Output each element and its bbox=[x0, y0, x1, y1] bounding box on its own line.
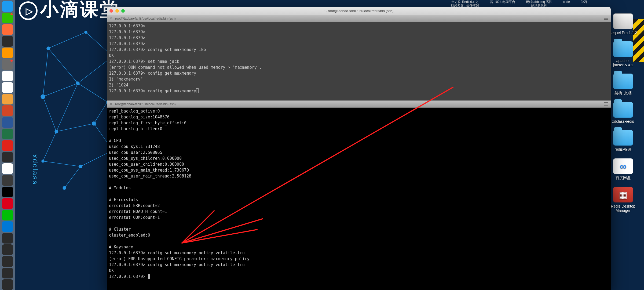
desktop-item-label: apache- jmeter-5.4.1 bbox=[613, 59, 633, 67]
dock-app-postman[interactable] bbox=[2, 24, 13, 35]
dock-app-excel[interactable] bbox=[2, 129, 13, 139]
dock-app-netease-music[interactable] bbox=[2, 198, 13, 209]
terminal-tab-bottom[interactable]: ✕ root@taobao-fanli:/usr/local/redis/bin… bbox=[107, 100, 611, 108]
dock-app-db-stack[interactable] bbox=[2, 94, 13, 104]
dock-app-tool5[interactable] bbox=[2, 279, 13, 290]
play-icon bbox=[19, 1, 38, 20]
dock-app-typora[interactable] bbox=[2, 175, 13, 186]
dock-app-art[interactable] bbox=[2, 187, 13, 197]
dock-app-chrome[interactable] bbox=[2, 71, 13, 81]
desktop-icons-right: Sequel Pro 1.1.2apache- jmeter-5.4.1架构+文… bbox=[607, 13, 639, 213]
folder-icon bbox=[613, 102, 633, 118]
app-white-icon: ∞ bbox=[613, 158, 633, 174]
desktop-item[interactable]: redis-备课 bbox=[613, 130, 633, 152]
desktop-item[interactable]: ▦Redis Desktop Manager bbox=[611, 187, 635, 213]
desktop-item-label: Redis Desktop Manager bbox=[611, 204, 635, 213]
svg-line-25 bbox=[64, 166, 80, 188]
desktop-item-label: 百度网盘 bbox=[616, 176, 631, 180]
desktop-item-label: 架构+文档 bbox=[614, 91, 632, 96]
dock-app-tool3[interactable] bbox=[2, 256, 13, 267]
terminal-pane-bottom[interactable]: repl_backlog_active:0 repl_backlog_size:… bbox=[107, 108, 611, 290]
dock-app-settings[interactable] bbox=[2, 59, 13, 70]
folder-icon bbox=[613, 74, 633, 89]
dock-app-tool1[interactable] bbox=[2, 233, 13, 244]
svg-line-19 bbox=[94, 102, 107, 124]
dock-app-wechat[interactable] bbox=[2, 13, 13, 23]
svg-point-1 bbox=[85, 31, 87, 34]
wallpaper-vertical-text: xdclass bbox=[31, 154, 39, 185]
dock-app-textedit[interactable] bbox=[2, 163, 13, 174]
folder-icon bbox=[613, 130, 633, 146]
bookmark-item[interactable]: 全方位 Redis6.x 之 战超多案...最佳实践 bbox=[451, 0, 479, 8]
svg-line-12 bbox=[48, 32, 86, 48]
dock-app-tool2[interactable] bbox=[2, 244, 13, 255]
dock-app-sublime[interactable] bbox=[2, 48, 13, 58]
wallpaper-logo: 小滴课堂 bbox=[19, 0, 120, 22]
svg-line-26 bbox=[56, 83, 78, 132]
svg-line-27 bbox=[48, 48, 78, 83]
hamburger-icon[interactable] bbox=[604, 102, 608, 106]
desktop-item[interactable]: ∞百度网盘 bbox=[613, 158, 633, 180]
badge-icon bbox=[10, 13, 13, 15]
cursor-icon bbox=[148, 274, 150, 279]
svg-point-3 bbox=[41, 95, 45, 99]
drive-icon bbox=[613, 13, 633, 29]
bookmark-item[interactable]: code bbox=[563, 0, 570, 4]
bookmark-item[interactable]: 营-1024 电商平台 bbox=[490, 0, 515, 4]
dock-app-tool4[interactable] bbox=[2, 268, 13, 278]
dock-app-terminal[interactable] bbox=[2, 152, 13, 162]
tab-label: root@taobao-fanli:/usr/local/redis/bin (… bbox=[115, 102, 176, 106]
dock-app-powerpoint[interactable] bbox=[2, 105, 13, 116]
dock-app-intellij[interactable] bbox=[2, 36, 13, 46]
app-red-icon: ▦ bbox=[613, 187, 633, 202]
desktop-item-label: Sequel Pro 1.1.2 bbox=[609, 31, 637, 35]
desktop-item[interactable]: Sequel Pro 1.1.2 bbox=[609, 13, 637, 35]
window-titlebar[interactable]: 1. root@taobao-fanli:/usr/local/redis/bi… bbox=[107, 7, 611, 15]
dock-app-finder[interactable] bbox=[2, 1, 13, 12]
dock-app-windows-vm[interactable] bbox=[2, 221, 13, 232]
folder-icon bbox=[613, 41, 633, 57]
svg-line-14 bbox=[43, 48, 48, 97]
svg-point-11 bbox=[63, 186, 66, 190]
window-title: 1. root@taobao-fanli:/usr/local/redis/bi… bbox=[107, 9, 611, 13]
dock-app-xmind[interactable] bbox=[2, 140, 13, 151]
badge-icon bbox=[10, 60, 13, 62]
dock-app-baidu-disk[interactable] bbox=[2, 82, 13, 93]
dock-app-iqiyi[interactable] bbox=[2, 210, 13, 220]
svg-point-7 bbox=[92, 122, 96, 125]
svg-line-16 bbox=[43, 83, 78, 97]
svg-line-21 bbox=[43, 132, 56, 161]
bookmark-item[interactable]: 玩转rabbitmq 高性 能消息队列 bbox=[526, 0, 552, 8]
tab-label: root@taobao-fanli:/usr/local/redis/bin (… bbox=[115, 17, 176, 20]
svg-line-20 bbox=[56, 124, 94, 132]
svg-line-23 bbox=[43, 161, 80, 166]
dock bbox=[0, 0, 15, 290]
desktop-item[interactable]: apache- jmeter-5.4.1 bbox=[613, 41, 633, 67]
svg-point-8 bbox=[42, 160, 44, 162]
tab-close-icon[interactable]: ✕ bbox=[109, 102, 112, 106]
terminal-pane-top[interactable]: 127.0.0.1:6379> 127.0.0.1:6379> 127.0.0.… bbox=[107, 22, 611, 100]
cursor-icon bbox=[196, 88, 199, 93]
svg-line-18 bbox=[43, 97, 56, 132]
svg-point-4 bbox=[76, 82, 79, 85]
desktop-item-label: xdclass-redis bbox=[612, 119, 634, 124]
hamburger-icon[interactable] bbox=[604, 17, 608, 20]
tab-close-icon[interactable]: ✕ bbox=[109, 16, 112, 20]
svg-point-6 bbox=[55, 130, 58, 133]
dock-app-word[interactable] bbox=[2, 117, 13, 128]
svg-point-9 bbox=[79, 165, 82, 168]
terminal-tab-top[interactable]: ✕ root@taobao-fanli:/usr/local/redis/bin… bbox=[107, 15, 611, 22]
svg-point-0 bbox=[47, 47, 50, 50]
desktop-item[interactable]: xdclass-redis bbox=[612, 102, 634, 124]
terminal-window: 1. root@taobao-fanli:/usr/local/redis/bi… bbox=[107, 7, 611, 290]
desktop-item-label: redis-备课 bbox=[614, 147, 631, 152]
desktop-item[interactable]: 架构+文档 bbox=[613, 74, 633, 96]
svg-line-17 bbox=[78, 83, 107, 102]
bookmark-item[interactable]: 学习 bbox=[581, 0, 587, 4]
